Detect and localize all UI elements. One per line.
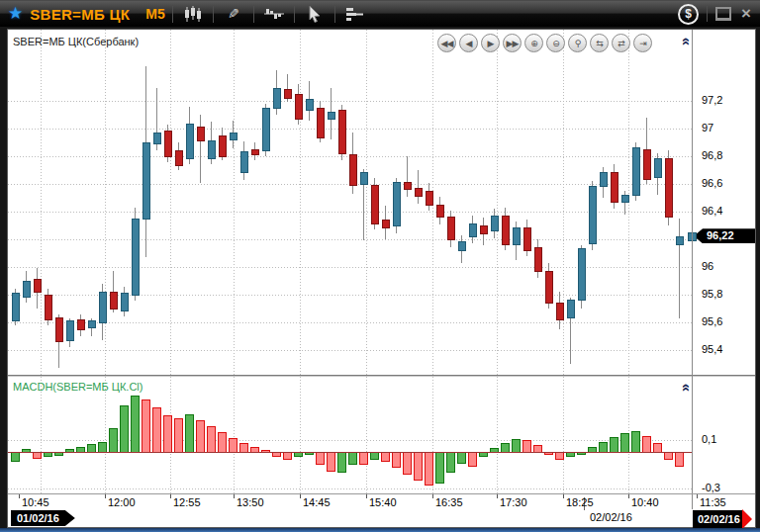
draw-button[interactable]: ✎ [221, 3, 246, 25]
zoom-in-button[interactable]: ⊕ [524, 34, 543, 52]
price-axis-label: 97,2 [702, 94, 722, 106]
current-date-badge: 02/02/16 [693, 509, 752, 529]
time-label: 13:50 [237, 496, 264, 508]
expand-bars-button[interactable]: ⇄ [612, 34, 630, 52]
scroll-left-button[interactable]: ◀ [459, 34, 478, 52]
maximize-button[interactable] [715, 7, 731, 21]
time-tick [170, 494, 171, 498]
scroll-to-end-button[interactable]: ⇥ [633, 34, 652, 52]
macd-axis-label: -0,3 [702, 482, 720, 493]
currency-button[interactable]: $ [678, 4, 699, 25]
time-tick [234, 494, 235, 498]
pencil-icon: ✎ [228, 6, 239, 22]
price-axis-label: 95,6 [702, 315, 722, 327]
close-button[interactable]: × [741, 7, 751, 21]
toolbar-separator [253, 6, 254, 23]
time-tick [300, 494, 301, 498]
titlebar: ★ SBER=МБ ЦК M5 ✎ [0, 1, 760, 27]
chart-title: SBER=МБ ЦК(Сбербанк) [13, 36, 139, 47]
time-tick [563, 494, 564, 498]
macd-title: MACDH(SBER=МБ ЦК.Cl) [13, 381, 142, 393]
time-tick [366, 494, 367, 498]
scroll-fast-right-button[interactable]: ▶▶ [503, 34, 522, 52]
time-tick [628, 494, 629, 498]
macd-histogram-plot[interactable] [8, 377, 692, 493]
time-tick [19, 494, 20, 498]
current-price-badge: 96,22 [694, 228, 755, 243]
price-axis-label: 97 [702, 122, 713, 133]
candlestick-icon [184, 6, 202, 23]
time-tick [497, 494, 498, 498]
macd-axis-label: 0,1 [702, 433, 716, 445]
chart-type-button[interactable] [180, 3, 206, 25]
close-icon: × [741, 4, 751, 23]
price-axis-label: 96,6 [702, 177, 722, 189]
scroll-right-button[interactable]: ▶ [481, 34, 500, 52]
chart-window: SBER=МБ ЦК(Сбербанк) ◀◀◀▶▶▶⊕⊖⚲⇆⇄⇥ « 97,2… [7, 29, 756, 528]
price-panel: SBER=МБ ЦК(Сбербанк) ◀◀◀▶▶▶⊕⊖⚲⇆⇄⇥ « 97,2… [8, 30, 755, 375]
time-label: 15:40 [369, 496, 397, 508]
axis-separator-line [692, 30, 693, 509]
time-label: 16:35 [435, 496, 463, 508]
indicator-icon [264, 6, 284, 22]
toolbar-separator [334, 6, 335, 23]
price-axis-label: 96,4 [702, 205, 722, 217]
time-label: 14:45 [303, 496, 331, 508]
current-date-text: 02/02/16 [693, 510, 742, 528]
macd-panel: MACDH(SBER=МБ ЦК.Cl) « 0,1-0,3 [8, 377, 755, 493]
time-label: 18:25 [566, 496, 594, 508]
cursor-icon [308, 6, 322, 23]
indicator-button[interactable] [261, 3, 287, 25]
levels-icon [345, 7, 364, 22]
price-axis-label: 96 [702, 260, 713, 272]
date-row: 01/02/16 02/02/16 02/02/16 [8, 509, 755, 527]
candlestick-plot[interactable] [8, 30, 692, 375]
time-tick [105, 494, 106, 498]
chart-nav-toolbar: ◀◀◀▶▶▶⊕⊖⚲⇆⇄⇥ [437, 34, 652, 52]
time-label: 11:35 [700, 496, 726, 508]
toolbar-separator [294, 6, 295, 23]
dollar-icon: $ [685, 7, 692, 21]
toolbar-separator [213, 6, 214, 23]
zoom-select-button[interactable]: ⚲ [568, 34, 587, 52]
time-tick [697, 494, 698, 498]
price-axis-label: 95,8 [702, 288, 722, 300]
instrument-title: SBER=МБ ЦК [30, 6, 130, 23]
levels-button[interactable] [342, 3, 368, 25]
favorite-star-icon[interactable]: ★ [8, 3, 23, 24]
scroll-fast-left-button[interactable]: ◀◀ [437, 34, 456, 52]
session-start-date-badge: 01/02/16 [11, 510, 75, 526]
compress-bars-button[interactable]: ⇆ [590, 34, 609, 52]
toolbar-separator [707, 6, 708, 22]
time-tick [432, 494, 433, 498]
time-label: 17:30 [500, 496, 527, 508]
time-label: 10:45 [22, 496, 49, 508]
time-label: 12:55 [173, 496, 201, 508]
app-window: ★ SBER=МБ ЦК M5 ✎ [0, 0, 760, 532]
window-bottom-border [0, 528, 760, 532]
session-date-label: 02/02/16 [590, 511, 632, 523]
cursor-button[interactable] [302, 3, 328, 25]
toolbar-separator [172, 6, 173, 23]
zoom-out-button[interactable]: ⊖ [546, 34, 565, 52]
session-end-arrow-icon [742, 509, 752, 529]
price-axis-label: 95,4 [702, 343, 722, 355]
window-buttons: $ × [678, 4, 751, 25]
timeframe-label[interactable]: M5 [145, 6, 164, 22]
time-label: 10:40 [631, 496, 659, 508]
price-axis-label: 96,8 [702, 149, 722, 161]
time-label: 12:00 [108, 496, 136, 508]
time-axis[interactable]: 10:4512:0012:5513:5014:4515:4016:3517:30… [8, 493, 755, 510]
